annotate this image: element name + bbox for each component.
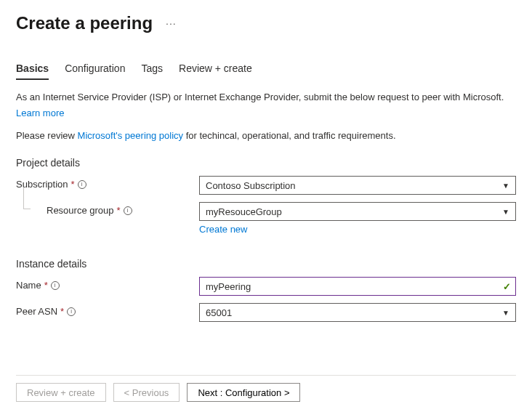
subscription-select[interactable]: Contoso Subscription ▼: [199, 176, 516, 195]
info-icon[interactable]: i: [67, 307, 76, 316]
required-icon: *: [71, 179, 75, 190]
hierarchy-connector: [23, 187, 31, 209]
checkmark-icon: ✓: [503, 281, 511, 292]
tab-basics[interactable]: Basics: [16, 62, 49, 80]
peer-asn-label: Peer ASN * i: [16, 303, 199, 317]
more-icon[interactable]: ···: [166, 17, 177, 29]
policy-text: Please review Microsoft's peering policy…: [16, 130, 516, 141]
footer-bar: Review + create < Previous Next : Config…: [16, 375, 516, 402]
next-button[interactable]: Next : Configuration >: [187, 383, 300, 402]
tab-configuration[interactable]: Configuration: [65, 62, 125, 80]
chevron-down-icon: ▼: [502, 309, 509, 317]
peer-asn-select[interactable]: 65001 ▼: [199, 303, 516, 322]
policy-prefix: Please review: [16, 130, 78, 141]
review-create-button: Review + create: [16, 383, 106, 402]
policy-suffix: for techincal, operational, and traffic …: [183, 130, 395, 141]
section-project-details: Project details: [16, 157, 516, 169]
name-input[interactable]: myPeering ✓: [199, 277, 516, 296]
resource-group-select[interactable]: myResouceGroup ▼: [199, 202, 516, 221]
peer-asn-value: 65001: [206, 307, 232, 318]
info-icon[interactable]: i: [51, 281, 60, 290]
tab-tags[interactable]: Tags: [141, 62, 163, 80]
resource-group-value: myResouceGroup: [206, 206, 282, 217]
create-new-link[interactable]: Create new: [199, 224, 247, 235]
name-label: Name * i: [16, 277, 199, 291]
info-icon[interactable]: i: [124, 206, 132, 215]
tab-bar: Basics Configuration Tags Review + creat…: [16, 62, 516, 81]
learn-more-link[interactable]: Learn more: [16, 108, 64, 118]
intro-text: As an Internet Service Provider (ISP) or…: [16, 91, 516, 104]
section-instance-details: Instance details: [16, 258, 516, 270]
policy-link[interactable]: Microsoft's peering policy: [78, 130, 184, 141]
name-value: myPeering: [206, 281, 251, 292]
chevron-down-icon: ▼: [502, 208, 509, 216]
subscription-value: Contoso Subscription: [206, 180, 296, 191]
required-icon: *: [117, 205, 121, 216]
required-icon: *: [44, 280, 48, 291]
info-icon[interactable]: i: [78, 180, 86, 189]
tab-review[interactable]: Review + create: [179, 62, 252, 80]
resource-group-label: Resource group * i: [16, 202, 199, 216]
chevron-down-icon: ▼: [502, 182, 509, 190]
subscription-label: Subscription * i: [16, 176, 199, 190]
page-title: Create a peering: [16, 13, 153, 33]
required-icon: *: [60, 306, 64, 317]
previous-button: < Previous: [113, 383, 180, 402]
